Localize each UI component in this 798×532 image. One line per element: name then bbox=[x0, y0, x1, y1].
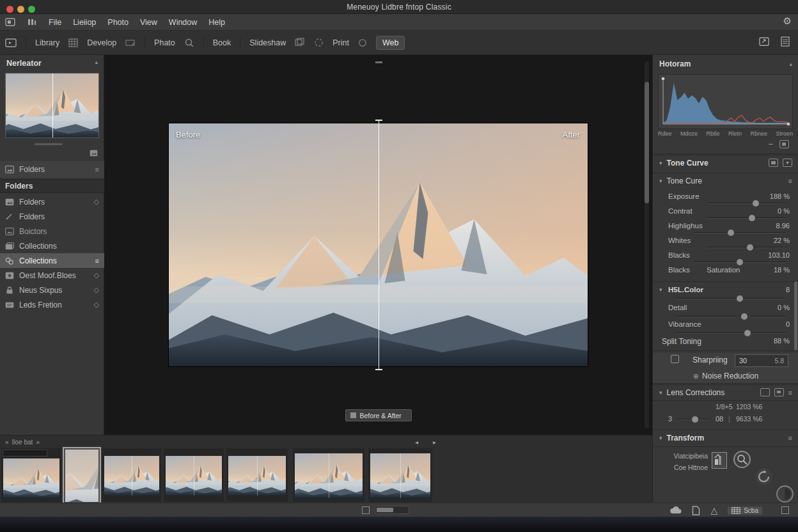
exposure-slider[interactable] bbox=[707, 203, 786, 204]
menu-window[interactable]: Window bbox=[169, 18, 197, 27]
module-slideshow[interactable]: Slideshaw bbox=[249, 38, 286, 47]
filmstrip-header[interactable]: « Iloe bat » ◂ ▸ bbox=[0, 435, 652, 448]
thumbnail-1[interactable] bbox=[1, 448, 61, 502]
profile-icon[interactable] bbox=[760, 388, 770, 396]
scroll-left-icon[interactable]: ◂ bbox=[415, 439, 418, 446]
blacks-slider[interactable] bbox=[694, 262, 786, 263]
thumbnail-4[interactable] bbox=[164, 448, 224, 502]
sharpening-checkbox[interactable] bbox=[671, 355, 679, 363]
filmstrip-next-icon[interactable]: » bbox=[36, 439, 40, 446]
thumbnail-2-selected[interactable] bbox=[64, 448, 100, 503]
adjust-icon[interactable]: ≡ bbox=[788, 177, 792, 185]
module-print[interactable]: Print bbox=[332, 38, 349, 47]
curve-dropdown-icon[interactable]: ▾ bbox=[783, 159, 792, 167]
adjust-icon[interactable]: ≡ bbox=[788, 434, 792, 442]
thumbnail-5[interactable] bbox=[226, 448, 288, 502]
highlights-slider[interactable] bbox=[694, 232, 786, 233]
list-icon[interactable] bbox=[780, 36, 790, 47]
before-after-button[interactable]: Before & After bbox=[345, 409, 412, 421]
panel-scrollbar-thumb[interactable] bbox=[794, 281, 797, 350]
navigator-header[interactable]: Nerleator ▴ bbox=[6, 59, 98, 68]
sharpening-input[interactable] bbox=[739, 357, 765, 364]
tone-curve-header[interactable]: ▾ Tone Curve ▾ bbox=[653, 155, 798, 170]
gear-icon[interactable]: ⚙ bbox=[783, 15, 792, 27]
tone-cure-header[interactable]: ▾ Tone Cure ≡ bbox=[653, 173, 798, 188]
module-photo[interactable]: Phato bbox=[154, 38, 175, 47]
photo-badge-icon[interactable] bbox=[90, 150, 98, 157]
sidebar-item-neus-sixpus[interactable]: Neus Sixpus ◇ bbox=[0, 283, 104, 297]
sidebar-item-folders-1[interactable]: Folders ◇ bbox=[0, 194, 104, 209]
thumbnail-3[interactable] bbox=[102, 448, 161, 502]
hsl-color-header[interactable]: ▾ H5L.Color 8 bbox=[653, 284, 798, 301]
histogram-header[interactable]: Hotoram ▴ bbox=[653, 56, 798, 72]
module-develop[interactable]: Develop bbox=[87, 38, 116, 47]
triangle-icon[interactable]: △ bbox=[710, 505, 717, 515]
auto-transform-button[interactable] bbox=[712, 452, 727, 469]
minus-icon[interactable]: − bbox=[768, 139, 773, 149]
zoom-tool-button[interactable] bbox=[733, 451, 751, 468]
compare-split-divider[interactable] bbox=[379, 120, 379, 370]
module-library[interactable]: Library bbox=[35, 38, 59, 47]
menu-file[interactable]: File bbox=[49, 18, 61, 27]
scroll-right-icon[interactable]: ▸ bbox=[433, 439, 436, 446]
menu-icon[interactable]: ≡ bbox=[95, 166, 99, 173]
export-icon[interactable] bbox=[758, 36, 770, 47]
filmstrip-prev-icon[interactable]: « bbox=[5, 439, 9, 446]
panel-resize-handle[interactable] bbox=[35, 143, 63, 145]
hsl-slider[interactable] bbox=[676, 298, 786, 299]
file-icon[interactable] bbox=[692, 506, 700, 515]
whites-slider[interactable] bbox=[707, 247, 786, 248]
app-badge-icon[interactable] bbox=[5, 18, 15, 26]
module-book[interactable]: Book bbox=[213, 38, 231, 47]
sidebar-item-collections-selected[interactable]: Collections ≡ bbox=[0, 253, 104, 268]
folders-top-row[interactable]: Folders ≡ bbox=[0, 161, 104, 178]
navigator-preview[interactable] bbox=[5, 73, 99, 138]
sidebar-item-boictors[interactable]: Boictors bbox=[0, 224, 104, 239]
sidebar-item-folders-2[interactable]: Folders bbox=[0, 209, 104, 224]
module-web[interactable]: Web bbox=[376, 36, 405, 50]
sidebar-item-leds-fretion[interactable]: Leds Fretion ◇ bbox=[0, 297, 104, 312]
status-badge[interactable]: Scba bbox=[728, 506, 762, 515]
manual-icon[interactable] bbox=[774, 388, 784, 396]
dock-icon[interactable] bbox=[27, 18, 37, 26]
search-icon[interactable] bbox=[184, 38, 194, 48]
menu-photo[interactable]: Photo bbox=[107, 18, 129, 27]
vibrance-slider[interactable] bbox=[676, 332, 786, 334]
grid-view-icon[interactable] bbox=[362, 506, 370, 514]
slider-thumb[interactable] bbox=[737, 295, 743, 302]
contrast-tool-button[interactable] bbox=[776, 485, 794, 503]
split-toning-row[interactable]: Split Toning 88 % bbox=[653, 335, 798, 350]
fullscreen-icon[interactable] bbox=[781, 506, 789, 514]
lens-slider[interactable] bbox=[677, 419, 709, 420]
clipping-toggle-icon[interactable] bbox=[779, 140, 789, 148]
thumbnail-6[interactable] bbox=[293, 448, 364, 502]
sharpening-field[interactable]: 5.8 bbox=[735, 354, 788, 367]
panel-collapse-icon[interactable]: ▴ bbox=[95, 59, 98, 68]
split-top-handle[interactable] bbox=[375, 61, 382, 63]
sidebar-item-oest-moof[interactable]: Oest Moof.Bloes ◇ bbox=[0, 268, 104, 283]
rotate-tool-button[interactable] bbox=[755, 468, 772, 485]
panel-collapse-icon[interactable]: ▴ bbox=[789, 61, 792, 67]
zoom-toggle[interactable] bbox=[375, 506, 409, 514]
histogram-plot[interactable] bbox=[658, 74, 793, 129]
menu-edit[interactable]: Lieiiop bbox=[73, 18, 96, 27]
canvas-scrollbar-thumb[interactable] bbox=[645, 82, 649, 203]
cloud-icon[interactable] bbox=[670, 506, 682, 514]
split-cap-bottom[interactable] bbox=[375, 369, 382, 370]
panel-toggle-icon[interactable] bbox=[5, 38, 17, 47]
slider-thumb[interactable] bbox=[692, 416, 698, 423]
detail-slider[interactable] bbox=[676, 316, 786, 317]
split-cap-top[interactable] bbox=[375, 120, 382, 121]
menu-icon[interactable]: ≡ bbox=[95, 257, 99, 265]
menu-view[interactable]: View bbox=[140, 18, 157, 27]
transform-header[interactable]: ▾ Transform ≡ bbox=[653, 430, 798, 445]
contrast-slider[interactable] bbox=[707, 217, 786, 219]
thumbnail-7[interactable] bbox=[368, 448, 432, 502]
adjust-icon[interactable]: ≡ bbox=[788, 389, 792, 396]
lens-corrections-header[interactable]: ▾ Lens Corrections ≡ bbox=[653, 384, 798, 400]
targeted-adjust-icon[interactable] bbox=[769, 159, 778, 167]
noise-reduction-row[interactable]: ⊕Noise Reduction bbox=[653, 370, 798, 381]
toggle-knob[interactable] bbox=[377, 508, 393, 512]
sidebar-item-collections-1[interactable]: Collections bbox=[0, 239, 104, 253]
menu-help[interactable]: Help bbox=[208, 18, 225, 27]
